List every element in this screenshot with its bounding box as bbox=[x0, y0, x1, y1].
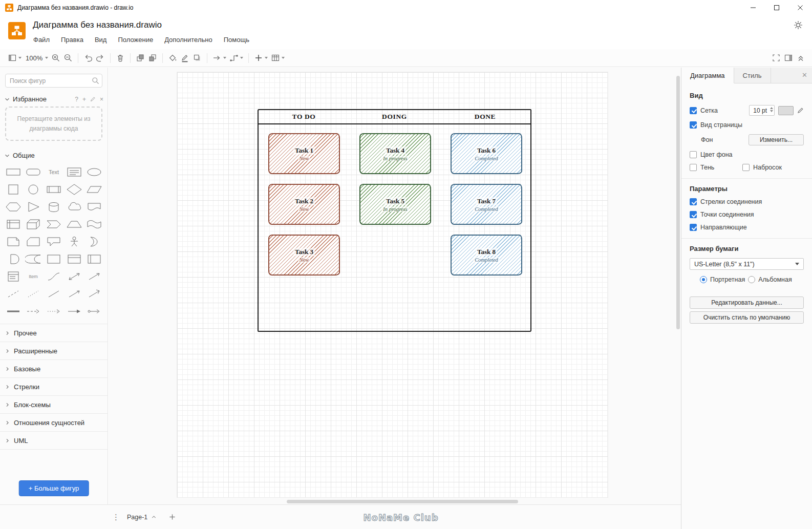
shape-diagonal-arrow-icon[interactable] bbox=[84, 268, 104, 285]
shape-ellipse-icon[interactable] bbox=[84, 164, 104, 180]
section-favorites[interactable]: Избранное ? + × bbox=[0, 92, 108, 107]
shape-connector-arrow-icon[interactable] bbox=[84, 303, 104, 320]
shape-list-item-icon[interactable]: Item bbox=[24, 268, 44, 285]
tab-diagram[interactable]: Диаграмма bbox=[681, 68, 734, 83]
shape-dashed-line-icon[interactable] bbox=[3, 286, 24, 302]
shadow-checkbox[interactable] bbox=[690, 164, 697, 171]
section-entity-relation[interactable]: Отношения сущностей bbox=[0, 414, 108, 432]
pages-menu-icon[interactable]: ⋮ bbox=[112, 513, 120, 522]
shape-or-icon[interactable] bbox=[84, 234, 104, 250]
portrait-radio[interactable] bbox=[700, 276, 707, 283]
fill-color-button[interactable] bbox=[166, 51, 179, 65]
task-card-task-7[interactable]: Task 7Completed bbox=[451, 184, 522, 225]
sketch-checkbox[interactable] bbox=[742, 164, 750, 171]
connection-points-checkbox[interactable] bbox=[690, 211, 697, 218]
shape-callout-icon[interactable] bbox=[44, 234, 64, 250]
delete-button[interactable] bbox=[114, 51, 126, 65]
shape-diamond-icon[interactable] bbox=[64, 181, 84, 198]
menu-extras[interactable]: Дополнительно bbox=[164, 36, 212, 44]
shape-and-icon[interactable] bbox=[3, 251, 24, 267]
view-toggle-button[interactable] bbox=[6, 51, 23, 65]
shape-trapezoid-icon[interactable] bbox=[64, 216, 84, 232]
paper-size-select[interactable]: US-Letter (8,5" x 11") bbox=[690, 258, 804, 270]
shape-hexagon-icon[interactable] bbox=[3, 199, 24, 215]
shape-cylinder-icon[interactable] bbox=[44, 199, 64, 215]
shape-square-icon[interactable] bbox=[3, 181, 24, 198]
shape-link-icon[interactable] bbox=[3, 303, 24, 320]
task-card-task-2[interactable]: Task 2New bbox=[268, 184, 340, 225]
page-tab[interactable]: Page-1 bbox=[120, 505, 164, 529]
shape-note-icon[interactable] bbox=[3, 234, 24, 250]
shape-text-icon[interactable]: Text bbox=[44, 164, 64, 180]
add-icon[interactable]: + bbox=[82, 96, 86, 103]
section-arrows[interactable]: Стрелки bbox=[0, 378, 108, 396]
shape-list-icon[interactable] bbox=[3, 268, 24, 285]
menu-view[interactable]: Вид bbox=[95, 36, 107, 44]
shape-cloud-icon[interactable] bbox=[64, 199, 84, 215]
shape-circle-icon[interactable] bbox=[24, 181, 44, 198]
shape-container-icon[interactable] bbox=[44, 251, 64, 267]
help-icon[interactable]: ? bbox=[75, 96, 78, 103]
theme-toggle-icon[interactable] bbox=[792, 18, 805, 32]
fullscreen-button[interactable] bbox=[770, 51, 782, 65]
grid-checkbox[interactable] bbox=[690, 107, 697, 114]
section-advanced[interactable]: Расширенные bbox=[0, 342, 108, 360]
shape-bidirectional-arrow-icon[interactable] bbox=[64, 268, 84, 285]
insert-button[interactable] bbox=[252, 51, 269, 65]
shape-textbox-icon[interactable] bbox=[64, 164, 84, 180]
bg-color-checkbox[interactable] bbox=[690, 151, 697, 158]
menu-file[interactable]: Файл bbox=[33, 36, 50, 44]
task-card-task-6[interactable]: Task 6Completed bbox=[451, 133, 522, 174]
shape-line-icon[interactable] bbox=[44, 286, 64, 302]
close-icon[interactable]: ✕ bbox=[802, 72, 807, 78]
favorites-drop-area[interactable]: Перетащите элементы из диаграммы сюда bbox=[5, 107, 102, 141]
menu-edit[interactable]: Правка bbox=[61, 36, 83, 44]
shape-solid-arrow-icon[interactable] bbox=[64, 303, 84, 320]
shadow-button[interactable] bbox=[191, 51, 203, 65]
shape-parallelogram-icon[interactable] bbox=[84, 181, 104, 198]
line-color-button[interactable] bbox=[179, 51, 191, 65]
close-icon[interactable]: × bbox=[100, 96, 103, 103]
section-basic[interactable]: Базовые bbox=[0, 360, 108, 378]
zoom-out-button[interactable] bbox=[62, 51, 74, 65]
shape-data-storage-icon[interactable] bbox=[24, 251, 44, 267]
horizontal-scrollbar[interactable] bbox=[287, 500, 518, 503]
task-card-task-3[interactable]: Task 3New bbox=[268, 235, 340, 276]
shape-dotted-line-icon[interactable] bbox=[24, 286, 44, 302]
maximize-button[interactable] bbox=[765, 0, 788, 15]
shape-dotted-arrow-icon[interactable] bbox=[44, 303, 64, 320]
menu-help[interactable]: Помощь bbox=[224, 36, 249, 44]
more-shapes-button[interactable]: + Больше фигур bbox=[19, 480, 89, 496]
section-flowchart[interactable]: Блок-схемы bbox=[0, 396, 108, 414]
search-input[interactable] bbox=[5, 74, 102, 88]
task-card-task-8[interactable]: Task 8Completed bbox=[451, 235, 522, 276]
shape-tape-icon[interactable] bbox=[84, 216, 104, 232]
kanban-board[interactable]: TO DODOINGDONE Task 1NewTask 2NewTask 3N… bbox=[258, 109, 531, 332]
shape-thin-arrow-icon[interactable] bbox=[64, 286, 84, 302]
shape-document-icon[interactable] bbox=[84, 199, 104, 215]
undo-button[interactable] bbox=[82, 51, 94, 65]
shape-curve-icon[interactable] bbox=[44, 268, 64, 285]
minimize-button[interactable] bbox=[741, 0, 765, 15]
spinner-icons[interactable] bbox=[770, 107, 773, 112]
edit-pencil-icon[interactable] bbox=[90, 96, 96, 102]
connection-style-button[interactable] bbox=[211, 51, 228, 65]
section-misc[interactable]: Прочее bbox=[0, 324, 108, 342]
table-button[interactable] bbox=[269, 51, 286, 65]
task-card-task-5[interactable]: Task 5In progress bbox=[359, 184, 431, 225]
zoom-dropdown[interactable]: 100% bbox=[23, 51, 50, 65]
shape-rounded-rectangle-icon[interactable] bbox=[24, 164, 44, 180]
shape-horizontal-container-icon[interactable] bbox=[64, 251, 84, 267]
clear-default-style-button[interactable]: Очистить стиль по умолчанию bbox=[690, 311, 804, 324]
shape-internal-storage-icon[interactable] bbox=[3, 216, 24, 232]
add-page-button[interactable] bbox=[169, 514, 176, 520]
waypoint-style-button[interactable] bbox=[228, 51, 245, 65]
task-card-task-1[interactable]: Task 1New bbox=[268, 133, 340, 174]
menu-arrange[interactable]: Положение bbox=[118, 36, 153, 44]
format-panel-toggle-button[interactable] bbox=[782, 51, 795, 65]
zoom-in-button[interactable] bbox=[50, 51, 62, 65]
landscape-radio[interactable] bbox=[748, 276, 755, 283]
shape-vertical-container-icon[interactable] bbox=[84, 251, 104, 267]
collapse-toolbar-button[interactable] bbox=[795, 51, 807, 65]
guides-checkbox[interactable] bbox=[690, 224, 697, 231]
